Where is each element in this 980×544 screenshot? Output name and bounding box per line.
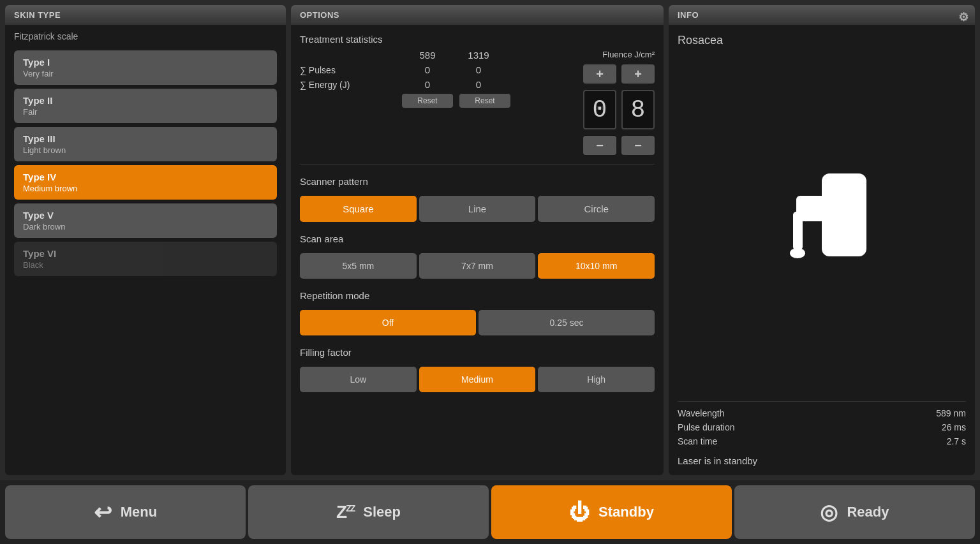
fluence-plus-btn-1[interactable]: + (583, 64, 616, 84)
ready-icon: ◎ (820, 500, 838, 524)
fluence-label: Fluence J/cm² (602, 50, 655, 59)
skin-item-desc: Light brown (23, 145, 268, 155)
info-divider (678, 401, 966, 402)
skin-item-desc: Medium brown (23, 184, 268, 193)
energy-val2: 0 (453, 79, 504, 90)
scanner-pattern-btn-circle[interactable]: Circle (538, 196, 655, 222)
plus-btn-row: + + (583, 64, 655, 84)
pulses-val2: 0 (453, 64, 504, 75)
filling-factor-btn-low[interactable]: Low (300, 367, 417, 392)
scan-area-btn-5x5[interactable]: 5x5 mm (300, 253, 417, 279)
spec-label: Scan time (678, 436, 717, 446)
skin-type-header: SKIN TYPE (5, 5, 286, 25)
bottom-btn-ready[interactable]: ◎Ready (734, 485, 975, 539)
fluence-plus-btn-2[interactable]: + (621, 64, 655, 84)
filling-factor-section: Filling factor LowMediumHigh (300, 347, 655, 392)
digit-display-1: 0 (583, 90, 616, 129)
bottom-btn-label: Menu (121, 504, 157, 520)
spec-label: Pulse duration (678, 422, 735, 432)
skin-item-name: Type IV (23, 172, 268, 182)
scan-area-btn-10x10[interactable]: 10x10 mm (538, 253, 655, 279)
scanner-pattern-btn-line[interactable]: Line (419, 196, 536, 222)
settings-icon[interactable]: ⚙ (958, 10, 969, 24)
options-panel: OPTIONS Treatment statistics 589 1319 ∑ … (291, 5, 664, 475)
condition-title: Rosacea (678, 34, 966, 47)
energy-label: ∑ Energy (J) (300, 80, 402, 90)
skin-type-list: Type IVery fairType IIFairType IIILight … (5, 47, 286, 475)
fluence-minus-btn-2[interactable]: − (621, 136, 655, 155)
spec-row: Pulse duration26 ms (678, 422, 966, 432)
options-title: OPTIONS (300, 10, 339, 20)
reset-btn-2[interactable]: Reset (459, 94, 510, 108)
options-body: Treatment statistics 589 1319 ∑ Pulses 0… (291, 25, 664, 475)
filling-factor-label: Filling factor (300, 347, 655, 358)
digit-display-row: 0 8 (583, 90, 655, 129)
svg-rect-2 (793, 212, 803, 250)
skin-item-type4[interactable]: Type IVMedium brown (14, 165, 277, 200)
filling-factor-buttons: LowMediumHigh (300, 367, 655, 392)
energy-val1: 0 (402, 79, 453, 90)
col1-header: 589 (402, 50, 453, 61)
scanner-pattern-section: Scanner pattern SquareLineCircle (300, 176, 655, 222)
skin-type-panel: SKIN TYPE Fitzpatrick scale Type IVery f… (5, 5, 286, 475)
rep-mode-btn-025sec[interactable]: 0.25 sec (479, 310, 655, 335)
minus-btn-row: − − (583, 136, 655, 155)
skin-type-title: SKIN TYPE (14, 10, 61, 20)
info-title: INFO (678, 10, 699, 20)
fluence-controls: Fluence J/cm² + + 0 8 (583, 50, 655, 155)
svg-point-3 (790, 248, 805, 258)
bottom-btn-label: Standby (598, 504, 654, 520)
handpiece-image (678, 54, 966, 395)
standby-message: Laser is in standby (678, 455, 966, 466)
skin-item-desc: Very fair (23, 69, 268, 78)
spec-label: Wavelength (678, 408, 724, 418)
energy-row: ∑ Energy (J) 0 0 (300, 79, 573, 90)
sleep-icon: ZZZ (336, 502, 354, 522)
repetition-mode-buttons: Off0.25 sec (300, 310, 655, 335)
skin-item-type3[interactable]: Type IIILight brown (14, 127, 277, 161)
scan-area-label: Scan area (300, 233, 655, 244)
scanner-pattern-btn-square[interactable]: Square (300, 196, 417, 222)
info-body: Rosacea (669, 25, 975, 475)
fluence-minus-btn-1[interactable]: − (583, 136, 616, 155)
filling-factor-btn-high[interactable]: High (538, 367, 655, 392)
pulses-val1: 0 (402, 64, 453, 75)
info-header: INFO ⚙ (669, 5, 975, 25)
skin-item-type2[interactable]: Type IIFair (14, 89, 277, 123)
spec-row: Wavelength589 nm (678, 408, 966, 418)
spec-value: 2.7 s (947, 436, 966, 446)
skin-item-desc: Fair (23, 107, 268, 117)
skin-item-name: Type II (23, 95, 268, 106)
bottom-btn-label: Sleep (363, 504, 401, 520)
spec-row: Scan time2.7 s (678, 436, 966, 446)
info-panel: INFO ⚙ Rosacea (669, 5, 975, 475)
rep-mode-btn-off[interactable]: Off (300, 310, 476, 335)
reset-btn-1[interactable]: Reset (402, 94, 453, 108)
bottom-bar: ↩MenuZZZSleep⏻Standby◎Ready (0, 480, 980, 544)
scan-area-buttons: 5x5 mm7x7 mm10x10 mm (300, 253, 655, 279)
scanner-pattern-buttons: SquareLineCircle (300, 196, 655, 222)
digit-display-2: 8 (621, 90, 655, 129)
info-specs: Wavelength589 nmPulse duration26 msScan … (678, 408, 966, 446)
pulses-row: ∑ Pulses 0 0 (300, 64, 573, 75)
scan-area-btn-7x7[interactable]: 7x7 mm (419, 253, 536, 279)
standby-icon: ⏻ (569, 501, 590, 524)
bottom-btn-label: Ready (847, 504, 889, 520)
skin-item-type5[interactable]: Type VDark brown (14, 203, 277, 238)
bottom-btn-sleep[interactable]: ZZZSleep (248, 485, 489, 539)
menu-icon: ↩ (94, 499, 112, 525)
filling-factor-btn-medium[interactable]: Medium (419, 367, 536, 392)
scanner-pattern-label: Scanner pattern (300, 176, 655, 187)
pulses-label: ∑ Pulses (300, 65, 402, 75)
skin-item-type6[interactable]: Type VIBlack (14, 242, 277, 276)
skin-item-name: Type I (23, 57, 268, 68)
skin-item-type1[interactable]: Type IVery fair (14, 50, 277, 85)
fitzpatrick-label: Fitzpatrick scale (5, 25, 286, 47)
stats-title: Treatment statistics (300, 34, 655, 45)
bottom-btn-standby[interactable]: ⏻Standby (491, 485, 732, 539)
svg-rect-0 (822, 173, 866, 256)
bottom-btn-menu[interactable]: ↩Menu (5, 485, 246, 539)
spec-value: 26 ms (942, 422, 966, 432)
skin-item-desc: Black (23, 260, 268, 270)
scan-area-section: Scan area 5x5 mm7x7 mm10x10 mm (300, 233, 655, 279)
